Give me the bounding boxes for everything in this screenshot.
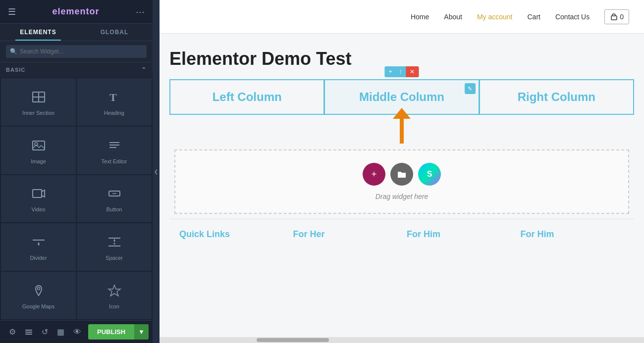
toolbar-right: PUBLISH ▼ — [88, 324, 149, 340]
cart-icon-wrapper[interactable]: 0 — [604, 9, 629, 24]
search-input[interactable] — [6, 45, 147, 58]
google-maps-icon — [32, 284, 46, 299]
widget-heading[interactable]: T Heading — [77, 78, 152, 126]
widgets-grid: Inner Section T Heading — [0, 77, 153, 320]
tab-elements[interactable]: ELEMENTS — [0, 24, 76, 41]
widget-video[interactable]: Video — [1, 175, 76, 223]
svg-point-20 — [37, 288, 40, 290]
cart-icon — [610, 13, 618, 21]
responsive-button[interactable]: ▦ — [54, 325, 67, 339]
column-middle-label: Middle Column — [359, 90, 444, 104]
footer-col-quick-links: Quick Links — [179, 229, 283, 240]
video-icon — [32, 187, 46, 202]
widget-divider-label: Divider — [30, 255, 47, 261]
footer-col-for-her: For Her — [293, 229, 397, 240]
grid-icon[interactable]: ⋯ — [136, 6, 145, 17]
widget-text-editor-label: Text Editor — [102, 158, 127, 164]
svg-rect-9 — [33, 190, 42, 197]
preview-button[interactable]: 👁 — [70, 326, 84, 339]
svg-marker-21 — [108, 285, 120, 296]
widget-image-label: Image — [31, 158, 46, 164]
layers-button[interactable] — [22, 326, 36, 338]
canvas: Home About My account Cart Contact Us 0 … — [160, 0, 644, 343]
nav-home[interactable]: Home — [411, 13, 429, 21]
col-close-button[interactable]: ✕ — [406, 66, 419, 77]
svg-marker-14 — [38, 244, 40, 246]
col-add-button[interactable]: + — [384, 66, 396, 77]
scroll-thumb — [257, 338, 329, 342]
collapse-handle[interactable]: ❮ — [153, 0, 160, 343]
publish-arrow-button[interactable]: ▼ — [134, 324, 149, 340]
folder-icon — [397, 169, 407, 179]
spacer-icon — [107, 235, 121, 251]
widget-button[interactable]: Button — [77, 175, 152, 223]
svg-marker-19 — [113, 243, 115, 245]
column-right: Right Column — [480, 80, 633, 114]
svg-rect-4 — [33, 141, 45, 150]
page-content: Elementor Demo Test Left Column + ⁝ ✕ — [160, 34, 644, 337]
footer-col-for-him: For Him — [407, 229, 511, 240]
widget-button-label: Button — [107, 206, 122, 212]
panel-tabs: ELEMENTS GLOBAL — [0, 24, 153, 41]
widget-image[interactable]: Image — [1, 127, 76, 174]
nav-my-account[interactable]: My account — [477, 13, 513, 21]
elementor-s-button[interactable]: S — [418, 163, 441, 186]
divider-icon — [32, 235, 46, 251]
svg-marker-13 — [38, 242, 40, 244]
settings-button[interactable]: ⚙ — [6, 325, 19, 339]
search-wrapper: 🔍 — [6, 45, 147, 58]
bottom-toolbar: ⚙ ↺ ▦ 👁 PUBLISH ▼ — [0, 320, 153, 343]
inner-section-icon — [32, 90, 46, 106]
section-label: BASIC ⌃ — [0, 62, 153, 77]
image-icon — [32, 139, 46, 154]
panel-header: ☰ elementor ⋯ — [0, 0, 153, 24]
toolbar-left: ⚙ ↺ ▦ 👁 — [6, 325, 84, 339]
drag-icons: + S — [363, 163, 441, 186]
widget-icon[interactable]: Icon — [77, 272, 152, 319]
search-area: 🔍 — [0, 41, 153, 62]
widget-spacer[interactable]: Spacer — [77, 223, 152, 271]
widget-heading-label: Heading — [104, 110, 124, 116]
drag-zone-text: Drag widget here — [376, 193, 429, 200]
top-nav: Home About My account Cart Contact Us 0 — [160, 0, 644, 34]
middle-col-toolbar: + ⁝ ✕ — [384, 66, 419, 77]
column-left: Left Column — [170, 80, 324, 114]
col-edit-button[interactable]: ✎ — [465, 83, 476, 94]
widget-spacer-label: Spacer — [106, 255, 123, 261]
chevron-down-icon[interactable]: ⌃ — [141, 66, 147, 73]
footer-quick-links-label: Quick Links — [179, 229, 230, 239]
footer-for-him-2-label: For Him — [521, 229, 554, 239]
publish-button[interactable]: PUBLISH — [88, 324, 134, 340]
folder-button[interactable] — [390, 163, 413, 186]
widget-inner-section[interactable]: Inner Section — [1, 78, 76, 126]
svg-text:T: T — [109, 91, 117, 103]
icon-icon — [107, 284, 121, 299]
footer-col-for-him-2: For Him — [521, 229, 625, 240]
search-icon: 🔍 — [10, 48, 17, 55]
widget-icon-label: Icon — [109, 303, 119, 309]
widget-text-editor[interactable]: Text Editor — [77, 127, 152, 174]
widget-video-label: Video — [32, 206, 46, 212]
footer-for-her-label: For Her — [293, 229, 325, 239]
undo-button[interactable]: ↺ — [39, 325, 51, 339]
hamburger-icon[interactable]: ☰ — [8, 6, 16, 17]
add-widget-button[interactable]: + — [363, 163, 385, 186]
nav-cart[interactable]: Cart — [528, 13, 540, 21]
columns-section: Left Column + ⁝ ✕ ✎ Middle Column — [169, 79, 634, 115]
basic-label: BASIC — [6, 67, 25, 73]
svg-rect-24 — [25, 334, 32, 335]
column-right-label: Right Column — [518, 90, 595, 104]
nav-contact-us[interactable]: Contact Us — [555, 13, 590, 21]
widget-google-maps[interactable]: Google Maps — [1, 272, 76, 319]
widget-divider[interactable]: Divider — [1, 223, 76, 271]
svg-rect-23 — [25, 332, 32, 333]
left-panel: ☰ elementor ⋯ ELEMENTS GLOBAL 🔍 BASIC ⌃ — [0, 0, 153, 343]
widget-inner-section-label: Inner Section — [22, 110, 54, 116]
panel-title: elementor — [52, 6, 99, 17]
footer-for-him-label: For Him — [407, 229, 440, 239]
nav-about[interactable]: About — [444, 13, 462, 21]
scroll-bar-bottom[interactable] — [160, 337, 644, 343]
drag-zone: + S Drag widget here — [174, 149, 629, 214]
tab-global[interactable]: GLOBAL — [76, 24, 153, 41]
col-move-button[interactable]: ⁝ — [396, 66, 406, 77]
